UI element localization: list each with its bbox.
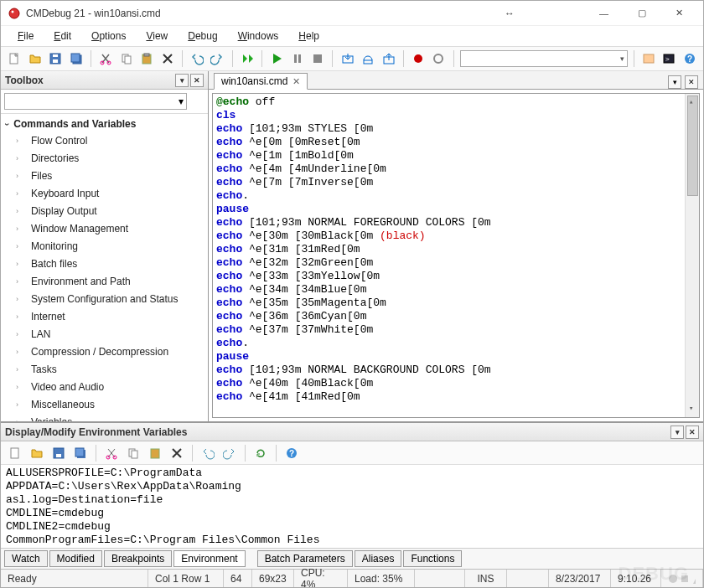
options-button[interactable] (640, 49, 657, 68)
run-button[interactable] (268, 49, 285, 68)
maximize-button[interactable]: ▢ (623, 2, 660, 25)
env-save-button[interactable] (49, 444, 68, 462)
tree-item[interactable]: ›Directories (1, 150, 208, 168)
tree-item[interactable]: ›Files (1, 168, 208, 185)
svg-point-21 (434, 54, 443, 63)
bottom-tab-environment[interactable]: Environment (173, 550, 245, 567)
tree-item[interactable]: ›Batch files (1, 255, 208, 273)
panel-close-button[interactable]: ✕ (190, 74, 204, 87)
menu-windows[interactable]: Windows (230, 28, 287, 44)
redo-button[interactable] (209, 49, 225, 68)
tree-item-label: Variables (31, 415, 72, 421)
menu-debug[interactable]: Debug (179, 28, 225, 44)
menu-help[interactable]: Help (290, 28, 328, 44)
toolbox-tree[interactable]: › Commands and Variables ›Flow Control›D… (1, 114, 208, 421)
svg-rect-27 (11, 448, 18, 458)
stop-button[interactable] (309, 49, 326, 68)
env-line: ALLUSERSPROFILE=C:\ProgramData (6, 467, 698, 480)
tree-item[interactable]: ›Environment and Path (1, 273, 208, 291)
env-help-button[interactable]: ? (282, 444, 301, 462)
env-line: CommonProgramFiles=C:\Program Files\Comm… (6, 534, 698, 547)
env-new-button[interactable] (6, 444, 24, 462)
code-editor[interactable]: @echo offclsecho [101;93m STYLES [0mecho… (212, 93, 700, 418)
tree-item[interactable]: ›Monitoring (1, 238, 208, 255)
menu-file[interactable]: File (9, 28, 42, 44)
status-size: 69x23 (252, 570, 294, 587)
tree-item[interactable]: ›System Configuration and Status (1, 291, 208, 308)
tree-item[interactable]: ›Tasks (1, 361, 208, 379)
breakpoint-disabled-button[interactable] (430, 49, 447, 68)
status-load: Load: 35% (348, 570, 415, 587)
save-all-button[interactable] (67, 49, 84, 68)
undo-button[interactable] (189, 49, 205, 68)
breakpoint-button[interactable] (410, 49, 427, 68)
env-paste-button[interactable] (146, 444, 164, 462)
tab-close-button[interactable]: ✕ (292, 76, 300, 87)
pause-button[interactable] (289, 49, 306, 68)
step-out-button[interactable] (380, 49, 396, 68)
svg-rect-40 (681, 575, 688, 582)
env-undo-button[interactable] (199, 444, 217, 462)
delete-button[interactable] (158, 49, 175, 68)
new-file-button[interactable] (6, 49, 23, 68)
tree-item[interactable]: ›Internet (1, 308, 208, 326)
svg-rect-4 (53, 59, 58, 63)
env-panel-dropdown-button[interactable]: ▾ (670, 426, 684, 439)
panel-dropdown-button[interactable]: ▾ (175, 74, 189, 87)
bottom-tab-functions[interactable]: Functions (403, 550, 462, 567)
step-into-button[interactable] (339, 49, 355, 68)
menu-view[interactable]: View (137, 28, 176, 44)
bottom-tab-modified[interactable]: Modified (49, 550, 102, 567)
env-open-button[interactable] (28, 444, 46, 462)
bottom-tab-batch-parameters[interactable]: Batch Parameters (257, 550, 353, 567)
tree-item[interactable]: ›Display Output (1, 203, 208, 220)
env-cut-button[interactable] (102, 444, 121, 462)
status-ins: INS (465, 570, 507, 587)
tree-item-label: Files (31, 169, 52, 183)
bottom-tab-watch[interactable]: Watch (4, 550, 48, 567)
tree-category[interactable]: › Commands and Variables (1, 116, 208, 132)
paste-button[interactable] (138, 49, 155, 68)
tree-item-label: Tasks (31, 363, 57, 377)
tabstrip-close-button[interactable]: ✕ (685, 75, 698, 89)
editor-scrollbar[interactable]: ▾▴ (685, 94, 699, 417)
env-delete-button[interactable] (168, 444, 186, 462)
toolbox-search-combo[interactable]: ▾ (4, 93, 187, 110)
env-panel-close-button[interactable]: ✕ (686, 426, 699, 439)
env-panel-header: Display/Modify Environment Variables ▾ ✕ (1, 423, 703, 441)
open-folder-button[interactable] (26, 49, 43, 68)
env-variables-list[interactable]: ALLUSERSPROFILE=C:\ProgramDataAPPDATA=C:… (1, 465, 703, 549)
bottom-tab-aliases[interactable]: Aliases (355, 550, 402, 567)
help-button[interactable]: ? (681, 49, 698, 68)
status-tray (661, 570, 703, 587)
cmd-prompt-button[interactable]: > (660, 49, 677, 68)
step-over-button[interactable] (360, 49, 376, 68)
close-button[interactable]: ✕ (660, 2, 698, 25)
tree-item[interactable]: ›LAN (1, 326, 208, 343)
tree-item[interactable]: ›Window Management (1, 220, 208, 238)
copy-button[interactable] (117, 49, 134, 68)
env-refresh-button[interactable] (251, 444, 270, 462)
env-copy-button[interactable] (124, 444, 142, 462)
tabstrip-dropdown-button[interactable]: ▾ (668, 75, 681, 89)
menu-edit[interactable]: Edit (45, 28, 80, 44)
tree-item[interactable]: ›Flow Control (1, 132, 208, 150)
tree-item[interactable]: ›Miscellaneous (1, 396, 208, 414)
code-line: echo ^e[41m [41mRed[0m (216, 390, 696, 404)
code-line: echo ^e[32m [32mGreen[0m (216, 256, 696, 270)
env-redo-button[interactable] (220, 444, 239, 462)
bottom-tab-breakpoints[interactable]: Breakpoints (104, 550, 172, 567)
env-saveall-button[interactable] (71, 444, 90, 462)
status-pos: Col 1 Row 1 (148, 570, 224, 587)
tree-item[interactable]: ›Compression / Decompression (1, 343, 208, 361)
cut-button[interactable] (97, 49, 114, 68)
minimize-button[interactable]: — (585, 2, 623, 25)
save-button[interactable] (47, 49, 64, 68)
tree-item[interactable]: ›Keyboard Input (1, 185, 208, 203)
command-combo[interactable]: ▾ (460, 50, 628, 67)
tree-item[interactable]: ›Video and Audio (1, 379, 208, 396)
editor-tab[interactable]: win10ansi.cmd ✕ (214, 73, 308, 90)
menu-options[interactable]: Options (83, 28, 134, 44)
tree-item[interactable]: ›Variables (1, 414, 208, 421)
run-to-cursor-button[interactable] (239, 49, 256, 68)
